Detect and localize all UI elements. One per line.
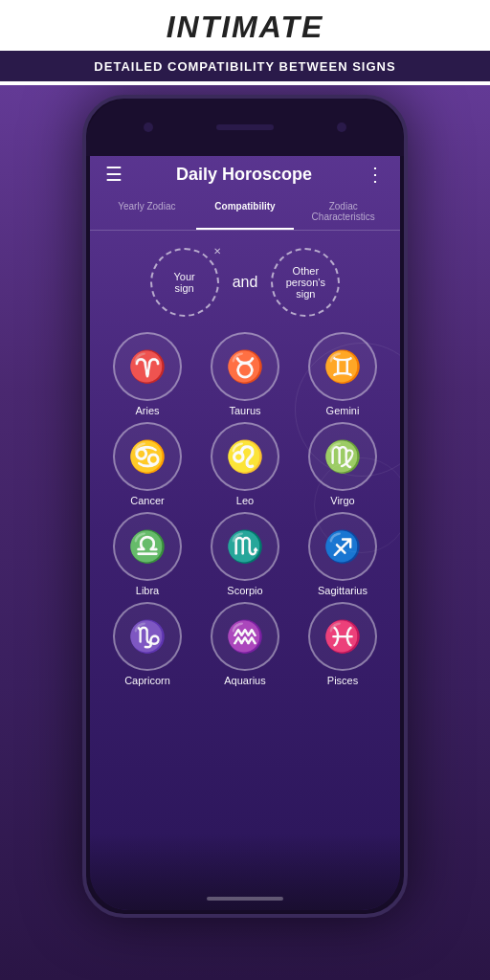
your-sign-bubble[interactable]: ✕ Your sign — [150, 248, 219, 317]
sign-circle-pisces: ♓ — [308, 602, 377, 671]
sign-circle-libra: ♎ — [113, 512, 182, 581]
sign-name-aries: Aries — [135, 405, 159, 416]
top-banner: INTIMATE DETAILED COMPATIBILITY BETWEEN … — [0, 0, 490, 85]
sign-circle-leo: ♌ — [211, 422, 279, 491]
sign-name-leo: Leo — [236, 495, 254, 506]
sign-item-pisces[interactable]: ♓ Pisces — [297, 602, 389, 686]
sign-item-scorpio[interactable]: ♏ Scorpio — [199, 512, 291, 596]
sign-circle-aries: ♈ — [113, 332, 182, 401]
deco-circle-2 — [314, 457, 400, 553]
other-sign-label-line2: person's — [286, 277, 325, 288]
sign-name-pisces: Pisces — [327, 675, 358, 686]
sign-name-sagittarius: Sagittarius — [318, 585, 368, 596]
your-sign-label-line2: sign — [175, 282, 194, 294]
sign-name-cancer: Cancer — [130, 495, 164, 506]
sign-item-libra[interactable]: ♎ Libra — [101, 512, 193, 596]
sign-name-scorpio: Scorpio — [227, 585, 262, 596]
compatibility-selector: ✕ Your sign and Other person's sign — [90, 231, 400, 326]
phone-screen: ☰ Daily Horoscope ⋮ Yearly Zodiac Compat… — [90, 151, 400, 910]
sign-name-taurus: Taurus — [229, 405, 260, 416]
sign-item-taurus[interactable]: ♉ Taurus — [199, 332, 291, 416]
other-sign-label-line3: sign — [296, 288, 315, 300]
sign-circle-cancer: ♋ — [113, 422, 182, 491]
sign-circle-aquarius: ♒ — [211, 602, 279, 671]
sign-item-cancer[interactable]: ♋ Cancer — [101, 422, 193, 506]
other-sign-bubble[interactable]: Other person's sign — [271, 248, 340, 317]
sign-item-aries[interactable]: ♈ Aries — [101, 332, 193, 416]
phone-speaker — [216, 124, 274, 130]
other-sign-label-line1: Other — [293, 265, 320, 277]
app-title: Daily Horoscope — [176, 165, 312, 185]
phone-top-bar — [86, 99, 404, 156]
app-header: ☰ Daily Horoscope ⋮ — [90, 151, 400, 193]
banner-subtitle-bar: DETAILED COMPATIBILITY BETWEEN SIGNS — [0, 51, 490, 81]
tab-zodiac-characteristics[interactable]: Zodiac Characteristics — [294, 193, 392, 230]
sign-item-capricorn[interactable]: ♑ Capricorn — [101, 602, 193, 686]
sign-name-aquarius: Aquarius — [224, 675, 265, 686]
tab-yearly-zodiac[interactable]: Yearly Zodiac — [98, 193, 196, 230]
sign-circle-taurus: ♉ — [211, 332, 279, 401]
phone-home-bar — [207, 897, 283, 901]
your-sign-label-line1: Your — [174, 271, 195, 282]
sign-circle-scorpio: ♏ — [211, 512, 279, 581]
sign-circle-capricorn: ♑ — [113, 602, 182, 671]
tab-bar: Yearly Zodiac Compatibility Zodiac Chara… — [90, 193, 400, 231]
sign-name-libra: Libra — [136, 585, 159, 596]
sign-item-aquarius[interactable]: ♒ Aquarius — [199, 602, 291, 686]
sign-item-leo[interactable]: ♌ Leo — [199, 422, 291, 506]
banner-subtitle: DETAILED COMPATIBILITY BETWEEN SIGNS — [94, 59, 395, 74]
phone-camera-left — [144, 122, 153, 132]
phone-frame: ☰ Daily Horoscope ⋮ Yearly Zodiac Compat… — [82, 95, 408, 918]
phone-camera-right — [337, 122, 346, 132]
tab-compatibility[interactable]: Compatibility — [196, 193, 295, 230]
hamburger-icon[interactable]: ☰ — [105, 163, 122, 186]
sign-name-capricorn: Capricorn — [124, 675, 170, 686]
your-sign-close-icon[interactable]: ✕ — [213, 246, 221, 256]
banner-title: INTIMATE — [0, 10, 490, 45]
and-text: and — [233, 274, 258, 291]
more-options-icon[interactable]: ⋮ — [366, 163, 385, 186]
